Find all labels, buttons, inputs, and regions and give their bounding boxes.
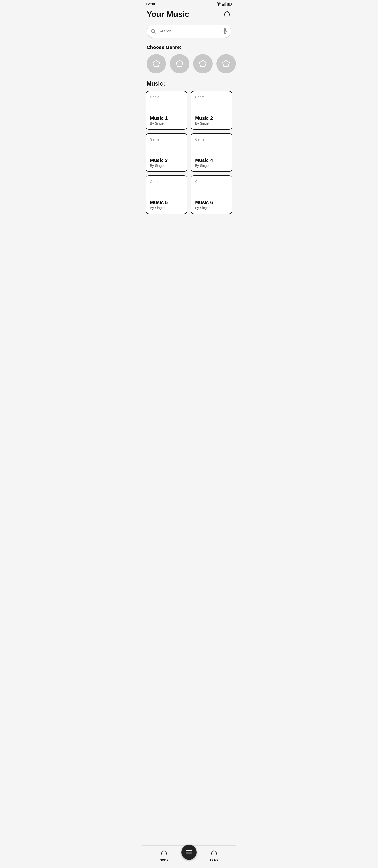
wifi-icon (216, 2, 221, 6)
music-section-label: Music: (142, 79, 236, 91)
music-card-genre-3: Genre (150, 137, 183, 141)
status-icons (216, 2, 232, 6)
music-card-info-6: Music 6 By Singer (195, 192, 228, 210)
microphone-icon[interactable] (222, 28, 227, 35)
music-card-genre-6: Genre (195, 180, 228, 184)
genre-circle-2[interactable] (170, 54, 189, 73)
search-input[interactable] (159, 29, 219, 34)
svg-marker-7 (224, 11, 230, 17)
music-card-title-1: Music 1 (150, 116, 183, 121)
music-card-info-2: Music 2 By Singer (195, 107, 228, 125)
music-card-artist-4: By Singer (195, 164, 228, 167)
svg-marker-16 (223, 60, 230, 67)
music-card-info-5: Music 5 By Singer (150, 192, 183, 210)
signal-icon (222, 2, 226, 6)
header: Your Music (142, 7, 236, 23)
svg-rect-0 (222, 4, 223, 6)
page-title: Your Music (147, 9, 189, 19)
svg-rect-2 (224, 3, 225, 6)
music-card-genre-5: Genre (150, 180, 183, 184)
music-card-title-3: Music 3 (150, 158, 183, 163)
genre-circle-1[interactable] (147, 54, 166, 73)
music-card-info-1: Music 1 By Singer (150, 107, 183, 125)
music-card-5[interactable]: Genre Music 5 By Singer (146, 175, 187, 214)
genre-section-label: Choose Genre: (142, 43, 236, 54)
music-card-artist-5: By Singer (150, 206, 183, 210)
music-card-artist-3: By Singer (150, 164, 183, 167)
music-card-genre-2: Genre (195, 95, 228, 99)
music-card-title-6: Music 6 (195, 200, 228, 205)
svg-rect-10 (224, 28, 226, 32)
music-card-title-5: Music 5 (150, 200, 183, 205)
music-card-title-4: Music 4 (195, 158, 228, 163)
svg-point-8 (151, 29, 155, 33)
music-card-2[interactable]: Genre Music 2 By Singer (191, 91, 232, 130)
genre-list (142, 54, 236, 79)
status-bar: 12:30 (142, 0, 236, 7)
svg-rect-6 (228, 3, 230, 5)
music-card-title-2: Music 2 (195, 116, 228, 121)
search-container (142, 23, 236, 43)
music-card-genre-1: Genre (150, 95, 183, 99)
music-card-genre-4: Genre (195, 137, 228, 141)
genre-circle-3[interactable] (193, 54, 212, 73)
music-card-3[interactable]: Genre Music 3 By Singer (146, 133, 187, 172)
svg-marker-13 (153, 60, 160, 67)
svg-marker-15 (199, 60, 206, 67)
music-grid: Genre Music 1 By Singer Genre Music 2 By… (142, 91, 236, 238)
music-card-artist-2: By Singer (195, 121, 228, 125)
svg-rect-1 (223, 4, 224, 6)
search-icon (151, 29, 156, 34)
status-time: 12:30 (146, 2, 155, 6)
battery-icon (227, 3, 232, 6)
music-card-4[interactable]: Genre Music 4 By Singer (191, 133, 232, 172)
music-card-info-3: Music 3 By Singer (150, 150, 183, 167)
header-pentagon-icon[interactable] (223, 10, 231, 19)
svg-rect-3 (225, 2, 226, 6)
genre-circle-4[interactable] (216, 54, 236, 73)
svg-marker-14 (176, 60, 183, 67)
music-card-1[interactable]: Genre Music 1 By Singer (146, 91, 187, 130)
music-card-info-4: Music 4 By Singer (195, 150, 228, 167)
svg-line-9 (154, 32, 156, 34)
svg-rect-5 (232, 3, 232, 5)
music-card-artist-6: By Singer (195, 206, 228, 210)
music-card-6[interactable]: Genre Music 6 By Singer (191, 175, 232, 214)
search-bar (147, 25, 231, 38)
music-card-artist-1: By Singer (150, 121, 183, 125)
